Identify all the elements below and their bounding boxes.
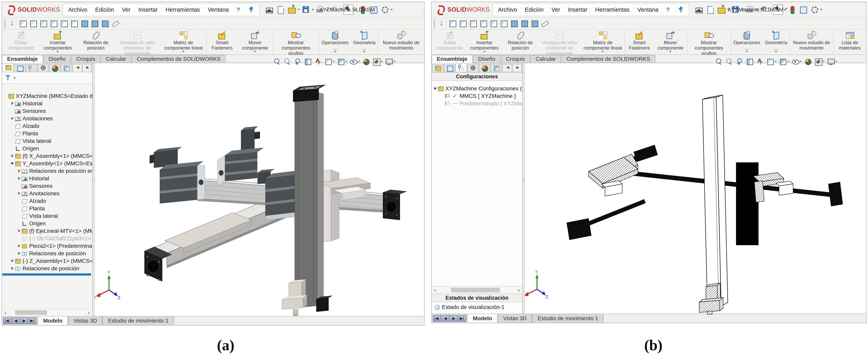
shaded-model-xyz-machine[interactable]: Y X Z (95, 63, 427, 318)
view-orientation-icon[interactable] (18, 19, 28, 28)
expand-arrow-icon[interactable] (433, 86, 438, 91)
menu-item[interactable]: Archivo (498, 6, 517, 13)
ribbon-button[interactable]: Relación de posición (77, 30, 115, 54)
tree-item[interactable]: Planta (2, 130, 92, 137)
ribbon-button[interactable]: Mostrar componentes ocultos (687, 30, 731, 54)
ribbon-button[interactable]: Geometría ... (351, 30, 378, 54)
hud-dropdown-caret-icon[interactable] (774, 61, 777, 66)
command-tab[interactable]: Croquis (501, 55, 530, 63)
view-orientation-icon[interactable] (80, 19, 89, 28)
ribbon-button[interactable]: Mostrar componentes ocultos (273, 30, 319, 54)
hud-icon[interactable] (349, 57, 358, 66)
scroll-track[interactable] (439, 288, 515, 292)
ribbon-button[interactable]: Matriz de componente lineal (160, 30, 206, 54)
command-tab[interactable]: Ensamblaje (2, 55, 43, 63)
quick-toolbar-icon[interactable] (694, 4, 704, 15)
expand-arrow-icon[interactable] (10, 154, 14, 158)
display-state-item[interactable]: Estado de visualización-1 (432, 303, 522, 311)
ribbon-button[interactable]: Smart Fasteners (206, 30, 238, 54)
scroll-left-icon[interactable]: ‹ (433, 287, 438, 293)
panel-tab[interactable] (479, 64, 490, 72)
tree-item[interactable]: Vista lateral (2, 137, 92, 145)
ribbon-button[interactable]: Ventana de vista preliminar de component… (538, 30, 581, 54)
pin-menu-icon[interactable] (249, 6, 254, 13)
hud-icon[interactable] (324, 57, 333, 66)
menu-item[interactable]: Ver (552, 6, 560, 13)
ribbon-button[interactable]: Insertar componentes (466, 30, 503, 54)
view-orientation-icon[interactable] (468, 19, 478, 28)
panel-tab[interactable] (26, 64, 37, 72)
graphics-area[interactable]: Y X Z (525, 63, 866, 314)
tree-item[interactable]: (-) 1fk70425af211pa3<1> (De (2, 235, 92, 242)
menu-item[interactable]: Herramientas (595, 6, 629, 13)
x-carriage-plate-hatched[interactable] (589, 154, 638, 196)
ribbon-button[interactable]: Mover componente (654, 30, 687, 54)
view-orientation-icon[interactable] (28, 19, 38, 28)
view-orientation-icon[interactable] (489, 19, 498, 28)
wireframe-model-xyz-machine[interactable]: Y X Z (525, 63, 867, 316)
expand-arrow-icon[interactable] (17, 229, 21, 233)
rollback-bar[interactable] (2, 274, 91, 276)
hud-icon[interactable] (745, 57, 754, 66)
expand-arrow-icon[interactable] (440, 102, 444, 106)
dropdown-caret-icon[interactable] (312, 9, 314, 12)
scroll-right-icon[interactable]: › (516, 287, 521, 293)
graphics-area[interactable]: Y X Z (95, 63, 424, 316)
tree-item[interactable]: Vista lateral (2, 212, 92, 220)
expand-arrow-icon[interactable] (10, 116, 14, 121)
panel-tab[interactable] (82, 64, 92, 72)
hud-icon[interactable] (725, 57, 733, 66)
quick-toolbar-icon[interactable] (799, 4, 808, 15)
sheet-nav-button[interactable] (12, 317, 20, 324)
quick-toolbar-icon[interactable] (265, 4, 275, 15)
view-orientation-icon[interactable] (90, 19, 99, 28)
expand-arrow-icon[interactable] (17, 169, 21, 173)
tree-item[interactable]: (f) X_Assembly<1> (MMCS<Estac (2, 152, 92, 160)
expand-arrow-icon[interactable] (17, 236, 21, 241)
hud-icon[interactable] (362, 57, 370, 66)
view-orientation-icon[interactable] (530, 19, 539, 28)
hud-icon[interactable] (283, 57, 291, 66)
hud-dropdown-caret-icon[interactable] (823, 61, 825, 66)
tree-item[interactable]: (-) Z_Assembly<1> (MMCS<Estac (2, 257, 92, 265)
panel-tab[interactable] (491, 64, 502, 72)
ribbon-button[interactable]: Editar componente (434, 30, 466, 54)
end-effector-hatched[interactable] (699, 283, 723, 314)
hud-icon[interactable] (735, 57, 744, 66)
pin-menu-icon[interactable] (679, 6, 684, 13)
menu-item[interactable]: Ver (122, 6, 130, 13)
view-orientation-icon[interactable] (100, 19, 110, 28)
dropdown-caret-icon[interactable] (391, 9, 393, 12)
command-tab[interactable]: Diseño (473, 55, 500, 63)
sheet-nav-button[interactable] (458, 315, 466, 322)
hud-icon[interactable] (827, 57, 835, 66)
expand-arrow-icon[interactable] (17, 199, 21, 203)
scroll-track[interactable] (9, 310, 85, 315)
stepper-motor-x[interactable] (150, 147, 205, 203)
hud-icon[interactable] (814, 57, 823, 66)
ribbon-button[interactable]: Insertar componentes (38, 30, 77, 54)
hud-icon[interactable] (273, 57, 281, 66)
expand-arrow-icon[interactable] (10, 146, 14, 151)
view-orientation-icon[interactable] (448, 19, 457, 28)
expand-arrow-icon[interactable] (10, 124, 14, 128)
view-orientation-icon[interactable] (540, 19, 550, 28)
bottom-tab[interactable]: Modelo (38, 316, 68, 325)
ribbon-button[interactable]: Matriz de componente lineal (581, 30, 624, 54)
hud-icon[interactable] (314, 57, 322, 66)
ribbon-button[interactable]: Relación de posición (503, 30, 538, 54)
menu-item[interactable]: Herramientas (165, 6, 200, 13)
hud-icon[interactable] (778, 57, 787, 66)
view-orientation-icon[interactable] (458, 19, 467, 28)
z-axis-column-wireframe[interactable] (703, 95, 728, 308)
filter-funnel-icon[interactable] (5, 74, 11, 81)
hud-icon[interactable] (293, 57, 302, 66)
expand-arrow-icon[interactable] (10, 161, 14, 166)
panel-tab[interactable] (513, 64, 522, 72)
dropdown-caret-icon[interactable] (298, 9, 300, 12)
view-orientation-icon[interactable] (69, 19, 79, 28)
panel-tab[interactable] (72, 64, 82, 72)
hud-icon[interactable] (766, 57, 774, 66)
menu-item[interactable]: Edición (525, 6, 544, 13)
toolbar-grip[interactable] (434, 19, 435, 28)
